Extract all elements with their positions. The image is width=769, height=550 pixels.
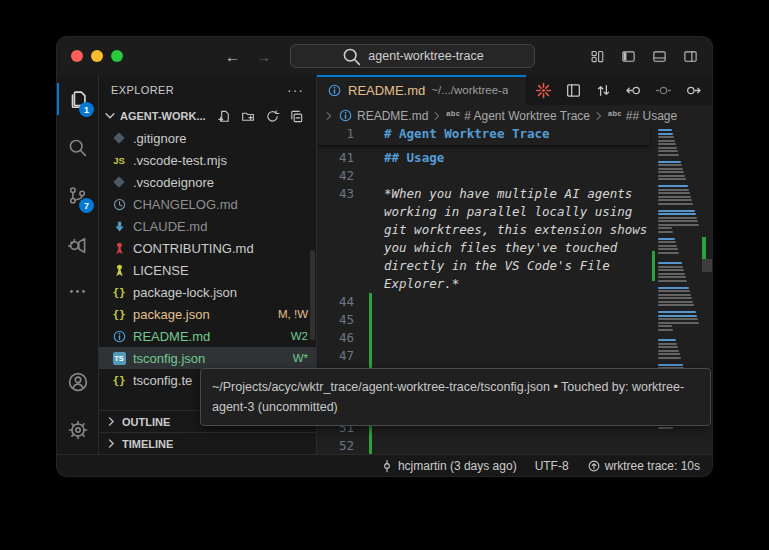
file-decoration-badge: W2 <box>291 330 308 342</box>
file-row-readme.md[interactable]: README.mdW2 <box>99 325 316 347</box>
file-decoration-badge: W* <box>293 352 308 364</box>
sidebar-scrollbar[interactable] <box>310 250 315 340</box>
markdown-arrow-icon <box>111 219 127 234</box>
previous-change-button[interactable] <box>625 82 642 99</box>
code-line-44[interactable]: 44 <box>317 293 650 311</box>
open-preview-button[interactable] <box>565 82 582 99</box>
outline-label: OUTLINE <box>122 416 170 428</box>
status-item-git-blame[interactable]: hcjmartin (3 days ago) <box>380 459 517 473</box>
breadcrumb-item[interactable]: README.md <box>338 108 428 123</box>
status-label: hcjmartin (3 days ago) <box>398 459 517 473</box>
file-row-changelog.md[interactable]: CHANGELOG.md <box>99 193 316 215</box>
line-number: 41 <box>317 149 369 167</box>
layout-bottom-icon[interactable] <box>652 49 667 64</box>
search-icon <box>341 46 362 67</box>
ts-icon: TS <box>111 352 127 365</box>
minimap-line <box>658 157 702 159</box>
file-row-package.json[interactable]: {}package.jsonM, !W <box>99 303 316 325</box>
close-button[interactable] <box>71 50 83 62</box>
status-item-worktree-trace[interactable]: wrktree trace: 10s <box>587 459 700 473</box>
minimap-line <box>658 262 682 264</box>
activity-badge: 7 <box>79 198 94 213</box>
new-file-icon[interactable] <box>217 109 232 124</box>
activity-badge: 1 <box>79 102 94 117</box>
minimap-line <box>658 343 677 345</box>
minimap-line <box>658 220 698 222</box>
code-line-46[interactable]: 46 <box>317 329 650 347</box>
gutter-change-indicator <box>369 311 372 329</box>
activity-item-more-views[interactable] <box>57 267 98 315</box>
activity-item-search[interactable] <box>57 123 98 171</box>
file-name: tsconfig.te <box>133 373 192 388</box>
timeline-panel-header[interactable]: TIMELINE <box>99 432 316 454</box>
maximize-button[interactable] <box>111 50 123 62</box>
code-line-43[interactable]: 43*When you have multiple AI agents work… <box>317 185 650 293</box>
tab-readme[interactable]: README.md ~/.../worktree-a <box>317 75 527 105</box>
minimap-line <box>658 350 679 352</box>
minimize-button[interactable] <box>91 50 103 62</box>
history-back-icon[interactable]: ← <box>225 48 240 65</box>
ellipsis-icon <box>67 281 88 302</box>
file-row-license[interactable]: LICENSE <box>99 259 316 281</box>
file-row-package-lock.json[interactable]: {}package-lock.json <box>99 281 316 303</box>
file-row-contributing.md[interactable]: CONTRIBUTING.md <box>99 237 316 259</box>
file-row-tsconfig.json[interactable]: TStsconfig.jsonW* <box>99 347 316 369</box>
file-row-.vscodeignore[interactable]: .vscodeignore <box>99 171 316 193</box>
explorer-more-icon[interactable]: ··· <box>287 82 304 98</box>
activity-item-run-and-debug[interactable] <box>57 219 98 267</box>
minimap-line <box>658 185 688 187</box>
activity-item-settings[interactable] <box>57 406 98 454</box>
file-name: .vscodeignore <box>133 175 214 190</box>
collapse-all-icon[interactable] <box>289 109 304 124</box>
minimap-line <box>658 143 676 145</box>
js-icon: JS <box>111 155 127 166</box>
file-row-claude.md[interactable]: CLAUDE.md <box>99 215 316 237</box>
activity-item-explorer[interactable]: 1 <box>57 75 98 123</box>
minimap-line <box>658 213 696 215</box>
minimap-line <box>658 150 678 152</box>
breadcrumb-label: README.md <box>357 109 428 123</box>
code-line-42[interactable]: 42 <box>317 167 650 185</box>
breadcrumb-item[interactable]: abc## Usage <box>608 109 677 123</box>
status-item-encoding[interactable]: UTF-8 <box>535 459 569 473</box>
refresh-icon[interactable] <box>265 109 280 124</box>
minimap-line <box>658 133 673 135</box>
minimap-line <box>658 203 693 205</box>
current-change-button[interactable] <box>655 82 672 99</box>
symbol-string-icon: abc <box>608 111 622 120</box>
file-row-.gitignore[interactable]: .gitignore <box>99 127 316 149</box>
file-row-.vscode-test.mjs[interactable]: JS.vscode-test.mjs <box>99 149 316 171</box>
scrollbar-slider[interactable] <box>702 259 712 272</box>
explorer-section-header[interactable]: AGENT-WORK... <box>99 105 316 127</box>
workspace-name: AGENT-WORK... <box>120 110 206 122</box>
code-line-52[interactable]: 52 <box>317 437 650 454</box>
minimap-line <box>658 164 682 166</box>
layout-left-icon[interactable] <box>621 49 636 64</box>
vscode-window: ← → agent-worktree-trace 17 EXPLORER ··· <box>57 37 712 476</box>
layout-grid-icon[interactable] <box>590 49 605 64</box>
screen: ← → agent-worktree-trace 17 EXPLORER ··· <box>0 0 769 550</box>
file-name: LICENSE <box>133 263 189 278</box>
command-center-search[interactable]: agent-worktree-trace <box>290 44 535 68</box>
sticky-scroll-line[interactable]: 1 # Agent Worktree Trace <box>317 126 650 145</box>
activity-item-accounts[interactable] <box>57 358 98 406</box>
gutter <box>369 167 372 185</box>
code-line-41[interactable]: 41## Usage <box>317 149 650 167</box>
breadcrumb: README.mdabc# Agent Worktree Traceabc## … <box>317 105 712 126</box>
history-forward-icon[interactable]: → <box>256 48 271 65</box>
file-name: CHANGELOG.md <box>133 197 238 212</box>
minimap-line <box>658 336 702 338</box>
minimap-line <box>658 178 686 180</box>
layout-right-icon[interactable] <box>683 49 698 64</box>
code-line-45[interactable]: 45 <box>317 311 650 329</box>
activity-item-source-control[interactable]: 7 <box>57 171 98 219</box>
extension-burst-button[interactable] <box>535 82 552 99</box>
code-line-47[interactable]: 47 <box>317 347 650 365</box>
minimap-line <box>658 171 684 173</box>
new-folder-icon[interactable] <box>241 109 256 124</box>
line-number: 52 <box>317 437 369 454</box>
open-changes-button[interactable] <box>595 82 612 99</box>
minimap-line <box>658 332 702 334</box>
next-change-button[interactable] <box>685 82 702 99</box>
breadcrumb-item[interactable]: abc# Agent Worktree Trace <box>446 109 590 123</box>
